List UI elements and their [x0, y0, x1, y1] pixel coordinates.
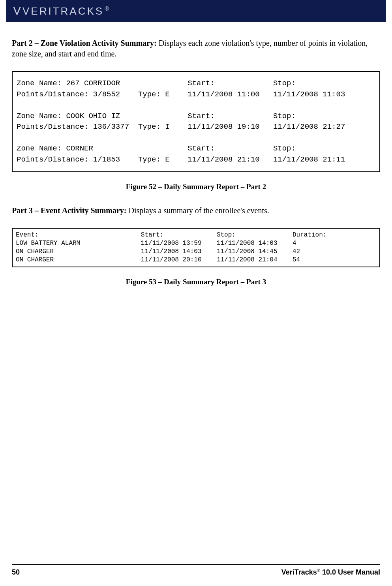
figure-52-box: Zone Name: 267 CORRIDOR Start: Stop: Poi… — [12, 71, 380, 172]
figure-53-box: Event: Start: Stop: Duration: LOW BATTER… — [12, 228, 380, 267]
brand-header: VVERITRACKS® — [6, 0, 386, 22]
part-2-title: Part 2 – Zone Violation Activity Summary… — [12, 39, 157, 47]
document-page: VVERITRACKS® Part 2 – Zone Violation Act… — [0, 0, 392, 586]
figure-52-caption: Figure 52 – Daily Summary Report – Part … — [12, 182, 380, 191]
page-number: 50 — [12, 568, 20, 577]
manual-title: VeriTracks® 10.0 User Manual — [281, 568, 380, 577]
part-3-paragraph: Part 3 – Event Activity Summary: Display… — [12, 205, 380, 216]
figure-53-caption: Figure 53 – Daily Summary Report – Part … — [12, 278, 380, 286]
page-footer: 50 VeriTracks® 10.0 User Manual — [12, 564, 380, 577]
brand-logo: VVERITRACKS® — [13, 5, 109, 17]
part-3-title: Part 3 – Event Activity Summary: — [12, 206, 127, 215]
part-3-desc: Displays a summary of the enrollee's eve… — [127, 206, 269, 215]
part-2-paragraph: Part 2 – Zone Violation Activity Summary… — [12, 38, 380, 59]
